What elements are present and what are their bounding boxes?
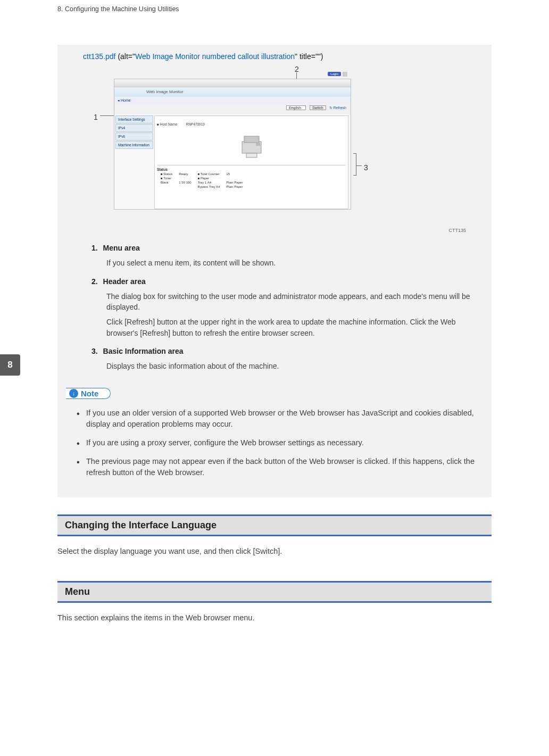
switch-button[interactable]: Switch — [310, 105, 326, 110]
refresh-button[interactable]: ↻ Refresh — [329, 106, 346, 110]
item-num: 2. — [91, 277, 98, 286]
item-head: Header area — [103, 277, 146, 286]
section-heading: Changing the Interface Language — [57, 514, 492, 536]
item-head: Menu area — [103, 244, 140, 252]
bullet-item: The previous page may not appear even if… — [76, 456, 477, 478]
alt-close: " title="") — [295, 52, 323, 61]
language-dropdown[interactable]: English — [286, 105, 306, 110]
bullet-item: If you use an older version of a support… — [76, 408, 477, 430]
alt-open: (alt=" — [116, 52, 135, 61]
sidebar-item-ipv6[interactable]: IPv6 — [115, 132, 153, 140]
sidebar-item-machine-info[interactable]: Machine Information — [115, 141, 153, 149]
note-label: ↓ Note — [66, 388, 111, 399]
login-button[interactable]: Login — [328, 72, 341, 76]
sidebar-item-interface[interactable]: Interface Settings — [115, 115, 153, 123]
wim-status-area: Status ■ StatusReady■ Total Counter15 ■ … — [157, 165, 346, 189]
status-table: ■ StatusReady■ Total Counter15 ■ Toner■ … — [157, 171, 246, 189]
main-content: ctt135.pdf (alt="Web Image Monitor numbe… — [57, 45, 492, 497]
callout-figure: 1 2 3 Login Web Image Monitor ◂ Home Eng… — [87, 63, 369, 228]
chapter-tab: 8 — [0, 354, 20, 376]
item-desc: If you select a menu item, its content w… — [106, 257, 472, 268]
wim-sidebar: Interface Settings IPv4 IPv6 Machine Inf… — [114, 114, 154, 210]
wim-banner: Web Image Monitor — [114, 87, 351, 97]
section-heading: Menu — [57, 581, 492, 603]
numbered-list: 1. Menu area If you select a menu item, … — [91, 243, 472, 372]
note-bullets: If you use an older version of a support… — [76, 408, 477, 478]
bullet-item: If you are using a proxy server, configu… — [76, 437, 477, 448]
item-desc: Displays the basic information about of … — [106, 361, 472, 371]
login-area: Login — [305, 72, 347, 78]
list-item: 1. Menu area If you select a menu item, … — [91, 243, 472, 269]
item-desc: Click [Refresh] button at the upper righ… — [106, 317, 472, 338]
wim-main: ■ Host Name RNP470919 Status ■ StatusRea… — [154, 115, 348, 209]
item-num: 1. — [91, 244, 98, 252]
callout-1: 1 — [94, 113, 98, 121]
help-icon[interactable] — [343, 72, 347, 77]
svg-rect-2 — [246, 153, 257, 157]
figure-caption: CTT135 — [66, 228, 466, 233]
list-item: 2. Header area The dialog box for switch… — [91, 276, 472, 338]
svg-rect-3 — [256, 143, 260, 146]
window-titlebar: Login — [114, 79, 351, 87]
item-num: 3. — [91, 347, 98, 355]
hostname-value: RNP470919 — [186, 122, 204, 126]
wim-window: Login Web Image Monitor ◂ Home English S… — [114, 79, 351, 210]
wim-toolbar: English Switch ↻ Refresh — [114, 104, 351, 114]
note-text: Note — [81, 389, 98, 398]
wim-home-link[interactable]: ◂ Home — [114, 97, 351, 104]
wim-body: Interface Settings IPv4 IPv6 Machine Inf… — [114, 114, 351, 210]
list-item: 3. Basic Information area Displays the b… — [91, 346, 472, 372]
alt-text[interactable]: Web Image Monitor numbered callout illus… — [135, 52, 295, 61]
callout-3: 3 — [364, 163, 368, 172]
image-link-line: ctt135.pdf (alt="Web Image Monitor numbe… — [83, 52, 483, 61]
item-desc: The dialog box for switching to the user… — [106, 291, 472, 313]
hostname-label: ■ Host Name — [157, 122, 184, 126]
sidebar-item-ipv4[interactable]: IPv4 — [115, 124, 153, 132]
status-title: Status — [157, 168, 346, 171]
printer-icon — [236, 134, 268, 161]
item-head: Basic Information area — [103, 347, 184, 355]
section-text: This section explains the items in the W… — [57, 613, 492, 622]
svg-rect-1 — [244, 136, 259, 143]
section-text: Select the display language you want use… — [57, 547, 492, 555]
page-header: 8. Configuring the Machine Using Utiliti… — [0, 0, 549, 13]
note-icon: ↓ — [69, 389, 78, 398]
pdf-link[interactable]: ctt135.pdf — [83, 52, 116, 61]
